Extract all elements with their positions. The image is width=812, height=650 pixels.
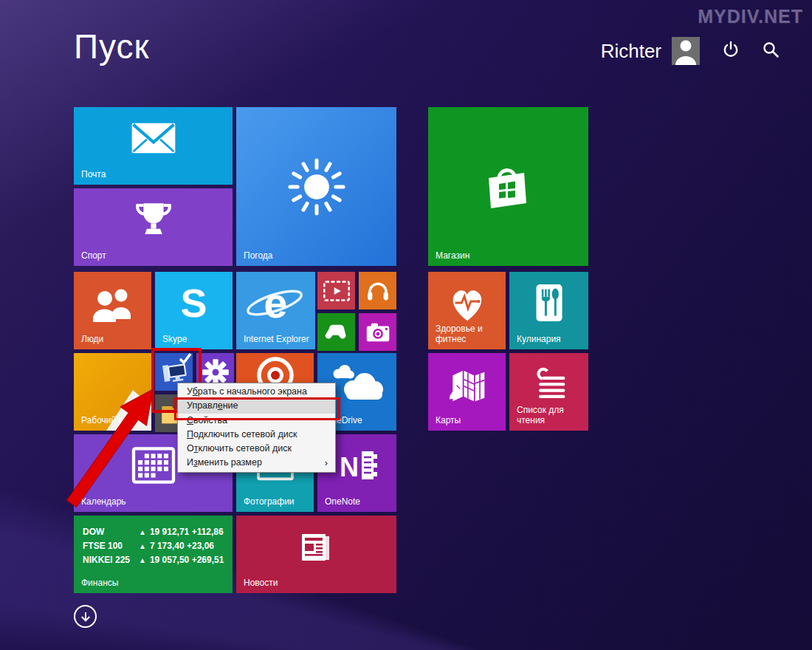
down-arrow-icon xyxy=(79,610,92,623)
utensils-icon xyxy=(509,272,588,333)
tile-label: Почта xyxy=(81,169,106,179)
tile-sport[interactable]: Спорт xyxy=(74,188,233,266)
tile-finance[interactable]: DOW▲19 912,71 +112,86FTSE 100▲7 173,40 +… xyxy=(74,516,233,593)
context-menu: Убрать с начального экранаУправлениеСвой… xyxy=(177,383,336,473)
stock-list: DOW▲19 912,71 +112,86FTSE 100▲7 173,40 +… xyxy=(83,525,228,567)
menu-item-map-network-drive[interactable]: Подключить сетевой диск xyxy=(178,428,335,442)
tile-label: Здоровье и фитнес xyxy=(436,324,503,344)
tile-label: Фотографии xyxy=(244,496,295,507)
tile-label: Internet Explorer xyxy=(244,334,309,344)
tile-label: Карты xyxy=(436,415,461,425)
tile-maps[interactable]: Карты xyxy=(428,353,506,431)
skype-s-icon: S xyxy=(155,272,233,333)
tile-mail[interactable]: Почта xyxy=(74,107,233,185)
avatar-icon xyxy=(672,37,700,65)
tile-label: Люди xyxy=(81,334,103,344)
power-button[interactable] xyxy=(722,41,740,61)
tile-label: Skype xyxy=(162,334,187,344)
gamepad-icon xyxy=(317,313,355,351)
camera-icon xyxy=(359,313,396,351)
newspaper-icon xyxy=(236,516,396,577)
trophy-icon xyxy=(74,188,233,250)
annotation-box-manage-item xyxy=(174,397,340,420)
headphones-icon xyxy=(359,272,396,309)
tile-label: Погода xyxy=(244,250,273,261)
menu-item-disconnect-network-drive[interactable]: Отключить сетевой диск xyxy=(178,442,335,456)
tile-label: Финансы xyxy=(81,578,118,588)
tile-reading-list[interactable]: Список для чтения xyxy=(509,353,588,431)
submenu-arrow-icon: › xyxy=(325,456,328,470)
search-button[interactable] xyxy=(762,41,780,61)
stock-row: FTSE 100▲7 173,40 +23,06 xyxy=(83,539,228,553)
stock-row: NIKKEI 225▲19 057,50 +269,51 xyxy=(83,553,228,567)
page-title: Пуск xyxy=(74,27,150,66)
tile-label: Список для чтения xyxy=(517,405,585,425)
user-area: Richter xyxy=(601,37,780,65)
tile-food[interactable]: Кулинария xyxy=(509,272,588,349)
user-name[interactable]: Richter xyxy=(601,40,661,63)
stock-row: DOW▲19 912,71 +112,86 xyxy=(83,525,228,539)
tile-news[interactable]: Новости xyxy=(236,516,396,593)
envelope-icon xyxy=(74,107,233,168)
search-icon xyxy=(762,41,780,58)
tile-video[interactable] xyxy=(317,272,355,309)
tile-label: Новости xyxy=(244,578,278,588)
store-bag-icon xyxy=(428,107,588,266)
watermark: MYDIV.NET xyxy=(698,6,803,27)
tile-people[interactable]: Люди xyxy=(74,272,151,349)
ie-e-icon: e xyxy=(236,272,315,333)
tile-health-fitness[interactable]: Здоровье и фитнес xyxy=(428,272,506,349)
tile-skype[interactable]: S Skype xyxy=(155,272,233,349)
tile-label: OneNote xyxy=(325,496,360,507)
video-icon xyxy=(317,272,355,309)
svg-text:N: N xyxy=(340,452,359,482)
tile-internet-explorer[interactable]: e Internet Explorer xyxy=(236,272,315,349)
tile-camera[interactable] xyxy=(359,313,396,351)
tile-games[interactable] xyxy=(317,313,355,351)
tile-music[interactable] xyxy=(359,272,396,309)
tile-label: Спорт xyxy=(81,250,106,261)
tile-store[interactable]: Магазин xyxy=(428,107,588,266)
menu-item-resize[interactable]: Изменить размер› xyxy=(178,456,335,470)
tile-weather[interactable]: Погода xyxy=(236,107,396,266)
tile-label: Кулинария xyxy=(517,334,561,344)
scroll-down-button[interactable] xyxy=(74,605,97,628)
tile-label: Магазин xyxy=(436,250,469,261)
map-icon xyxy=(428,353,506,414)
people-icon xyxy=(74,272,151,333)
annotation-red-arrow xyxy=(59,380,162,517)
sun-icon xyxy=(236,107,396,266)
user-avatar[interactable] xyxy=(672,37,700,65)
power-icon xyxy=(722,41,740,58)
